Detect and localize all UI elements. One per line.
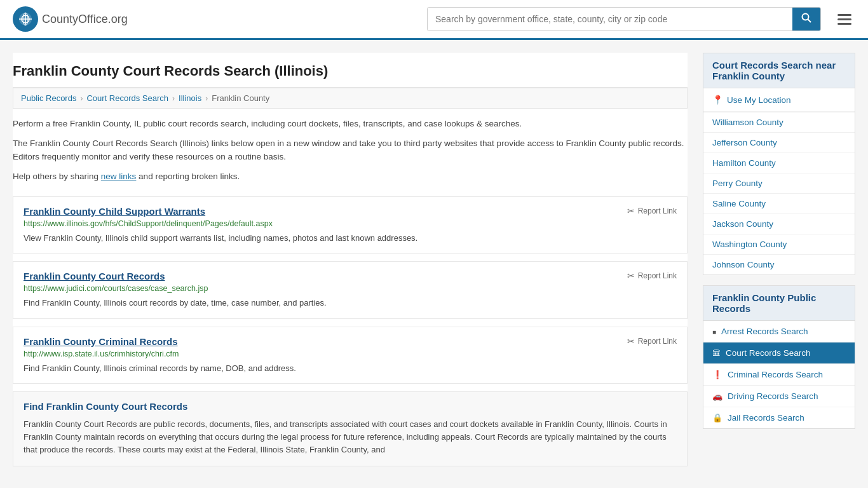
hamburger-line bbox=[837, 14, 851, 16]
record-title[interactable]: Franklin County Criminal Records bbox=[24, 336, 178, 347]
list-item: Hamilton County bbox=[703, 153, 855, 173]
sidebar-county-hamilton[interactable]: Hamilton County bbox=[703, 153, 855, 173]
list-item: Perry County bbox=[703, 173, 855, 194]
record-item-header: Franklin County Court Records Report Lin… bbox=[24, 271, 677, 281]
main-container: Franklin County Court Records Search (Il… bbox=[0, 40, 868, 479]
sidebar-nearby-section: Court Records Search near Franklin Count… bbox=[703, 53, 855, 275]
list-item: Criminal Records Search bbox=[703, 364, 855, 386]
sidebar-public-records-header: Franklin County Public Records bbox=[703, 286, 855, 321]
sidebar-court-records[interactable]: Court Records Search bbox=[703, 342, 855, 363]
breadcrumb-current: Franklin County bbox=[212, 93, 269, 103]
search-input[interactable] bbox=[428, 8, 792, 30]
court-icon bbox=[712, 348, 721, 358]
list-item: Jackson County bbox=[703, 214, 855, 234]
sidebar-nearby-list: 📍 Use My Location Williamson County Jeff… bbox=[703, 88, 855, 274]
list-item: Saline County bbox=[703, 194, 855, 214]
sidebar-county-jefferson[interactable]: Jefferson County bbox=[703, 133, 855, 152]
sidebar-county-williamson[interactable]: Williamson County bbox=[703, 112, 855, 132]
list-item: Williamson County bbox=[703, 112, 855, 133]
hamburger-line bbox=[837, 23, 851, 25]
jail-icon bbox=[712, 413, 722, 423]
find-section-body: Franklin County Court Records are public… bbox=[24, 418, 677, 456]
list-item: Washington County bbox=[703, 234, 855, 255]
hamburger-line bbox=[837, 18, 851, 20]
sidebar-arrest-records[interactable]: Arrest Records Search bbox=[703, 321, 855, 342]
list-item: Johnson County bbox=[703, 255, 855, 274]
list-item: Jefferson County bbox=[703, 133, 855, 153]
intro-block: Perform a free Franklin County, IL publi… bbox=[13, 118, 688, 196]
sidebar-county-perry[interactable]: Perry County bbox=[703, 173, 855, 193]
header: CountyOffice.org bbox=[0, 0, 868, 40]
svg-point-5 bbox=[803, 14, 809, 20]
sidebar-public-records-section: Franklin County Public Records Arrest Re… bbox=[703, 285, 855, 429]
sidebar-nearby-header: Court Records Search near Franklin Count… bbox=[703, 53, 855, 88]
record-title[interactable]: Franklin County Child Support Warrants bbox=[24, 206, 205, 217]
hamburger-menu-button[interactable] bbox=[834, 10, 855, 29]
breadcrumb-sep: › bbox=[205, 94, 208, 103]
logo-icon bbox=[13, 6, 38, 32]
sidebar-jail-records[interactable]: Jail Records Search bbox=[703, 407, 855, 428]
breadcrumb-sep: › bbox=[172, 94, 175, 103]
arrest-icon bbox=[712, 327, 716, 336]
list-item: Jail Records Search bbox=[703, 407, 855, 428]
record-item: Franklin County Court Records Report Lin… bbox=[13, 261, 688, 319]
sidebar-driving-records[interactable]: Driving Records Search bbox=[703, 386, 855, 407]
intro-p1: Perform a free Franklin County, IL publi… bbox=[13, 118, 688, 131]
breadcrumb-sep: › bbox=[80, 94, 83, 103]
record-item: Franklin County Child Support Warrants R… bbox=[13, 196, 688, 254]
sidebar: Court Records Search near Franklin Count… bbox=[703, 53, 855, 466]
use-location-button[interactable]: 📍 Use My Location bbox=[703, 88, 855, 112]
breadcrumb-link-public-records[interactable]: Public Records bbox=[21, 93, 76, 103]
sidebar-county-saline[interactable]: Saline County bbox=[703, 194, 855, 214]
report-icon bbox=[627, 271, 635, 281]
page-title: Franklin County Court Records Search (Il… bbox=[13, 53, 688, 88]
records-list: Franklin County Child Support Warrants R… bbox=[13, 196, 688, 384]
intro-p3: Help others by sharing new links and rep… bbox=[13, 170, 688, 184]
svg-line-6 bbox=[808, 20, 811, 23]
report-link[interactable]: Report Link bbox=[627, 336, 677, 346]
record-desc: View Franklin County, Illinois child sup… bbox=[24, 232, 677, 245]
report-icon bbox=[627, 206, 635, 216]
find-section: Find Franklin County Court Records Frank… bbox=[13, 391, 688, 466]
record-url[interactable]: http://www.isp.state.il.us/crimhistory/c… bbox=[24, 349, 677, 358]
sidebar-county-johnson[interactable]: Johnson County bbox=[703, 255, 855, 274]
sidebar-county-washington[interactable]: Washington County bbox=[703, 234, 855, 254]
record-item-header: Franklin County Criminal Records Report … bbox=[24, 336, 677, 347]
breadcrumb-link-court-records[interactable]: Court Records Search bbox=[86, 93, 168, 103]
sidebar-use-location-item: 📍 Use My Location bbox=[703, 88, 855, 112]
sidebar-county-jackson[interactable]: Jackson County bbox=[703, 214, 855, 234]
location-icon: 📍 bbox=[712, 95, 723, 105]
report-link[interactable]: Report Link bbox=[627, 206, 677, 216]
record-desc: Find Franklin County, Illinois criminal … bbox=[24, 362, 677, 375]
new-links-link[interactable]: new links bbox=[101, 172, 137, 181]
sidebar-criminal-records[interactable]: Criminal Records Search bbox=[703, 364, 855, 385]
record-item-header: Franklin County Child Support Warrants R… bbox=[24, 206, 677, 217]
intro-p2: The Franklin County Court Records Search… bbox=[13, 137, 688, 164]
search-bar bbox=[427, 7, 821, 31]
find-section-title: Find Franklin County Court Records bbox=[24, 401, 677, 412]
report-icon bbox=[627, 336, 635, 346]
logo-text: CountyOffice.org bbox=[42, 13, 128, 26]
content-area: Franklin County Court Records Search (Il… bbox=[13, 53, 688, 466]
search-button[interactable] bbox=[792, 8, 820, 30]
breadcrumb: Public Records › Court Records Search › … bbox=[13, 88, 688, 109]
record-url[interactable]: https://www.judici.com/courts/cases/case… bbox=[24, 284, 677, 293]
report-link[interactable]: Report Link bbox=[627, 271, 677, 281]
sidebar-public-records-list: Arrest Records Search Court Records Sear… bbox=[703, 321, 855, 428]
breadcrumb-link-illinois[interactable]: Illinois bbox=[179, 93, 201, 103]
record-item: Franklin County Criminal Records Report … bbox=[13, 327, 688, 384]
logo-link[interactable]: CountyOffice.org bbox=[13, 6, 128, 32]
record-desc: Find Franklin County, Illinois court rec… bbox=[24, 297, 677, 309]
record-title[interactable]: Franklin County Court Records bbox=[24, 271, 165, 281]
record-url[interactable]: https://www.illinois.gov/hfs/ChildSuppor… bbox=[24, 219, 677, 228]
list-item: Court Records Search bbox=[703, 342, 855, 364]
list-item: Driving Records Search bbox=[703, 386, 855, 407]
list-item: Arrest Records Search bbox=[703, 321, 855, 342]
driving-icon bbox=[712, 391, 722, 401]
criminal-icon bbox=[712, 370, 722, 379]
